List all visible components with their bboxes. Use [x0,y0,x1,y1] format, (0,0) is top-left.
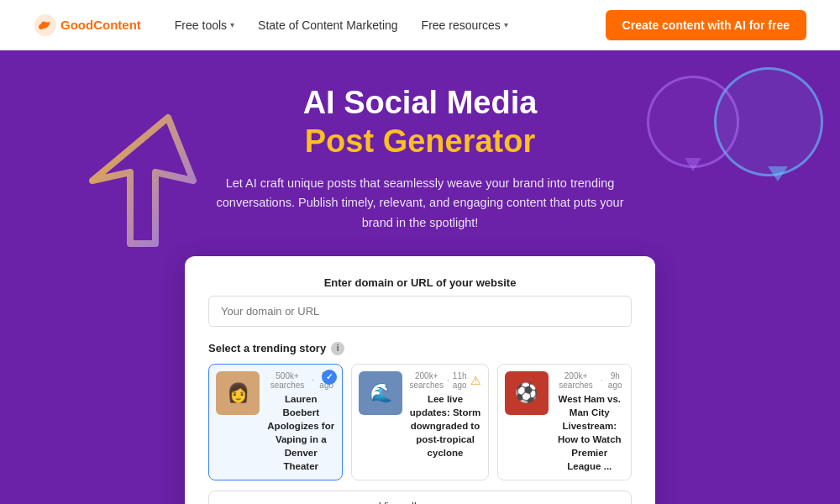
nav-free-resources[interactable]: Free resources ▾ [422,18,508,32]
hero-title-line2: Post Generator [34,123,806,161]
domain-input[interactable] [208,296,632,327]
form-card: Enter domain or URL of your website Sele… [185,256,655,504]
hero-section: AI Social Media Post Generator Let AI cr… [0,50,840,504]
hero-title-line1: AI Social Media [34,84,806,123]
chevron-down-icon: ▾ [504,20,508,29]
hero-subtitle: Let AI craft unique posts that seamlessl… [202,174,638,233]
news-title-2: Lee live updates: Storm downgraded to po… [409,392,480,459]
news-card-1[interactable]: 👩 500k+ searches · 5h ago Lauren Boebert… [208,364,343,481]
info-icon[interactable]: i [331,342,344,355]
nav-links: Free tools ▾ State of Content Marketing … [175,18,606,32]
news-info-3: 200k+ searches · 9h ago West Ham vs. Man… [555,371,624,474]
nav-cta-area: Create content with AI for free [606,10,806,40]
nav-free-tools[interactable]: Free tools ▾ [175,18,234,32]
news-thumb-1: 👩 [216,371,260,415]
chevron-down-icon: ▾ [230,20,234,29]
logo-brand: Good [60,18,93,32]
nav-state-of-content[interactable]: State of Content Marketing [258,18,398,32]
logo[interactable]: GoodContent [34,13,141,37]
news-meta-2: 200k+ searches · 11h ago ⚠ [409,371,480,390]
warn-icon: ⚠ [470,374,481,387]
news-card-3[interactable]: ⚽ 200k+ searches · 9h ago West Ham vs. M… [497,364,632,481]
svg-point-1 [39,24,44,29]
logo-text: GoodContent [60,18,141,32]
arrow-icon: → [450,500,461,504]
cta-button[interactable]: Create content with AI for free [606,10,806,40]
logo-icon [34,13,57,37]
news-info-1: 500k+ searches · 5h ago Lauren Boebert A… [266,371,335,474]
view-all-label: View all news [379,500,445,504]
news-title-3: West Ham vs. Man City Livestream: How to… [555,392,624,474]
domain-label: Enter domain or URL of your website [208,276,632,289]
trending-label: Select a trending story [208,342,326,354]
news-thumb-3: ⚽ [505,371,549,415]
hero-content: AI Social Media Post Generator Let AI cr… [0,84,840,504]
news-meta-3: 200k+ searches · 9h ago [555,371,624,390]
view-all-button[interactable]: View all news → [208,491,632,504]
trending-label-row: Select a trending story i [208,342,632,355]
news-cards: 👩 500k+ searches · 5h ago Lauren Boebert… [208,364,632,481]
navbar: GoodContent Free tools ▾ State of Conten… [0,0,840,50]
news-info-2: 200k+ searches · 11h ago ⚠ Lee live upda… [409,371,480,474]
logo-content: Content [93,18,141,32]
news-thumb-2: 🌊 [359,371,402,415]
news-card-2[interactable]: 🌊 200k+ searches · 11h ago ⚠ Lee live up… [351,364,488,481]
news-title-1: Lauren Boebert Apologizes for Vaping in … [266,392,335,474]
